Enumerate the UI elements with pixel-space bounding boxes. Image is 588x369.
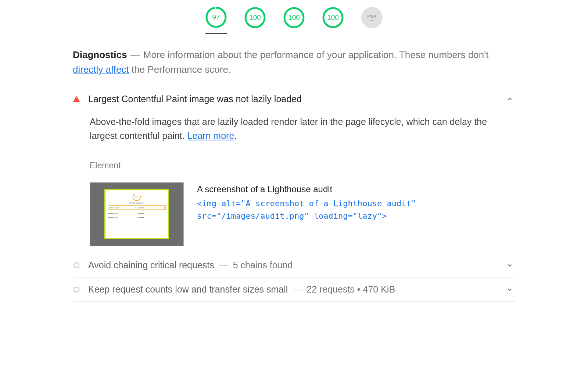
score-gauge-performance[interactable]: 97: [205, 7, 227, 34]
score-value: 100: [244, 7, 266, 28]
chevron-down-icon: [506, 262, 515, 269]
score-header: 97 100 100 100 PWA: [0, 0, 588, 34]
audit-critical-chains: Avoid chaining critical requests — 5 cha…: [73, 253, 515, 277]
audit-title: Avoid chaining critical requests — 5 cha…: [88, 260, 293, 271]
element-text: A screenshot of a Lighthouse audit <img …: [197, 182, 515, 222]
learn-more-link[interactable]: Learn more: [187, 130, 234, 141]
audit-header[interactable]: Largest Contentful Paint image was not l…: [73, 94, 515, 104]
score-value: 100: [283, 7, 305, 28]
score-gauge-best-practices[interactable]: 100: [283, 7, 305, 28]
section-header: Diagnostics — More information about the…: [73, 47, 515, 77]
pwa-dash-icon: [369, 20, 374, 21]
info-circle-icon: [73, 262, 80, 268]
score-value: 97: [205, 7, 227, 28]
audit-meta: 5 chains found: [233, 260, 293, 270]
element-code-snippet: <img alt="A screenshot of a Lighthouse a…: [197, 197, 515, 222]
audit-body: Above-the-fold images that are lazily lo…: [73, 104, 515, 247]
audit-header[interactable]: Avoid chaining critical requests — 5 cha…: [73, 260, 515, 271]
chevron-down-icon: [506, 286, 515, 293]
element-details: 73 Performance ■■■■■■■■■■■■■■■■■ ■■■■■■■…: [90, 182, 515, 246]
info-circle-icon: [73, 287, 80, 293]
pwa-label: PWA: [368, 14, 376, 18]
warning-triangle-icon: [73, 96, 80, 102]
audit-meta: 22 requests • 470 KiB: [306, 284, 395, 294]
audit-description: Above-the-fold images that are lazily lo…: [90, 115, 515, 143]
audit-title: Largest Contentful Paint image was not l…: [88, 94, 302, 104]
element-label: Element: [90, 161, 515, 171]
chevron-up-icon: [506, 96, 515, 102]
score-gauge-pwa[interactable]: PWA: [361, 7, 383, 28]
score-value: 100: [322, 7, 344, 28]
section-description-2: the Performance score.: [129, 64, 231, 75]
element-alt-text: A screenshot of a Lighthouse audit: [197, 182, 515, 196]
audit-request-counts: Keep request counts low and transfer siz…: [73, 277, 515, 302]
section-description-1: More information about the performance o…: [143, 49, 489, 60]
audit-lcp-lazy-load: Largest Contentful Paint image was not l…: [73, 87, 515, 253]
section-title: Diagnostics: [73, 49, 127, 60]
score-gauge-seo[interactable]: 100: [322, 7, 344, 28]
audit-header[interactable]: Keep request counts low and transfer siz…: [73, 284, 515, 295]
diagnostics-section: Diagnostics — More information about the…: [62, 34, 526, 302]
element-thumbnail: 73 Performance ■■■■■■■■■■■■■■■■■ ■■■■■■■…: [90, 182, 184, 246]
score-gauge-accessibility[interactable]: 100: [244, 7, 266, 28]
directly-affect-link[interactable]: directly affect: [73, 64, 129, 75]
audit-list: Largest Contentful Paint image was not l…: [73, 87, 515, 302]
audit-title: Keep request counts low and transfer siz…: [88, 284, 395, 295]
